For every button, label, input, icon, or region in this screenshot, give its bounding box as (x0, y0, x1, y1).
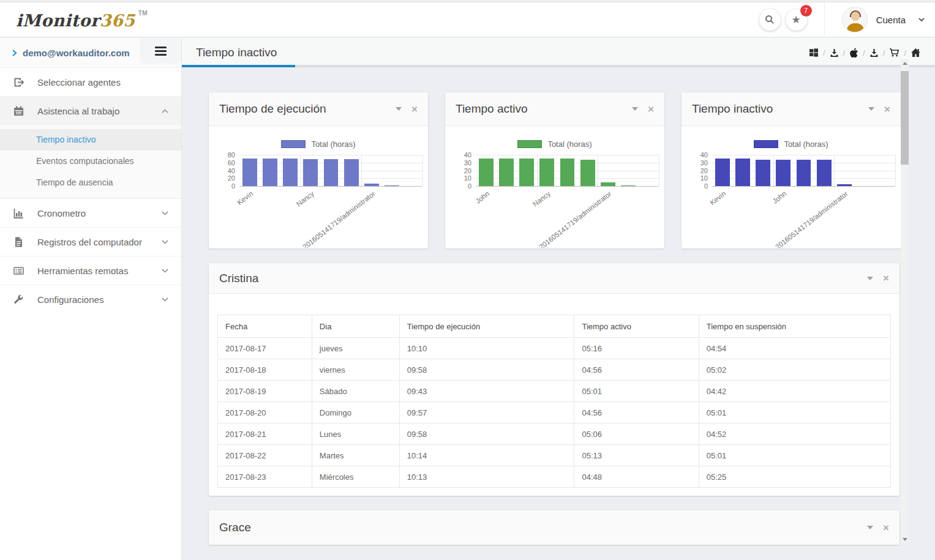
table-cell: 2017-08-23 (218, 466, 312, 488)
table-row: 2017-08-21Lunes09:5805:0604:52 (218, 424, 891, 445)
bar (756, 160, 770, 186)
table-cell: 09:57 (399, 402, 574, 424)
sidebar-toggle-button[interactable] (140, 38, 181, 64)
collapse-icon[interactable] (632, 107, 638, 111)
chart-body: Total (horas) 806040200KevinNancy2016051… (209, 126, 428, 248)
main-content: Tiempo inactivo / / / / / (182, 38, 935, 560)
home-icon[interactable] (911, 48, 921, 58)
table-cell: 04:56 (574, 359, 699, 381)
y-axis-tick: 40 (464, 151, 471, 159)
gridline (476, 155, 659, 155)
chevron-up-icon (161, 108, 169, 114)
collapse-icon[interactable] (867, 277, 873, 280)
sidebar-item-label: Herramientas remotas (37, 266, 128, 276)
card-header: Cristina × (209, 263, 899, 294)
notification-badge: 7 (800, 5, 812, 17)
app-logo: iMonitor365TM (0, 10, 148, 30)
gridline (239, 155, 422, 155)
card-header: Tiempo activo × (445, 92, 664, 126)
table-row: 2017-08-17jueves10:1005:1604:54 (218, 338, 891, 359)
table-cell: Domingo (312, 402, 399, 424)
sidebar-subitem-tiempo-inactivo[interactable]: Tiempo inactivo (0, 129, 181, 151)
chevron-right-icon (11, 49, 18, 57)
x-axis-label: 201605141719/administrator (538, 190, 613, 248)
table-cell: 10:10 (399, 338, 574, 359)
x-axis-label: John (772, 190, 788, 205)
scrollbar-thumb[interactable] (901, 71, 909, 165)
table-body: FechaDiaTiempo de ejecuciónTiempo activo… (209, 294, 899, 496)
search-button[interactable] (759, 9, 781, 31)
close-icon[interactable]: × (883, 273, 889, 283)
chart-title: Tiempo de ejecución (219, 102, 326, 116)
x-axis-label: Kevin (708, 190, 727, 206)
collapse-icon[interactable] (868, 107, 874, 111)
table-cell: 2017-08-22 (218, 445, 312, 466)
bar (324, 159, 339, 186)
table-cell: 04:52 (699, 424, 890, 445)
table-row: 2017-08-18viernes09:5804:5605:02 (218, 359, 891, 381)
star-icon: ★ (792, 15, 801, 25)
close-icon[interactable]: × (884, 104, 890, 114)
scroll-down-arrow[interactable] (901, 536, 909, 543)
chevron-down-icon (161, 211, 169, 216)
chevron-down-icon (161, 297, 169, 302)
chart-title: Tiempo inactivo (692, 102, 773, 116)
table-cell: 09:58 (399, 424, 574, 445)
y-axis-tick: 0 (231, 182, 235, 190)
tab-tiempo-inactivo[interactable]: Tiempo inactivo (182, 46, 277, 59)
search-icon (765, 15, 775, 24)
close-icon[interactable]: × (411, 104, 418, 114)
sidebar-subitem-tiempo-de-ausencia[interactable]: Tiempo de ausencia (0, 172, 181, 193)
bar (715, 159, 730, 186)
table-cell: 04:56 (574, 402, 699, 424)
gridline (834, 155, 835, 186)
bar-chart-icon (12, 207, 24, 219)
bar (776, 160, 790, 186)
account-menu-toggle[interactable] (918, 16, 935, 23)
sidebar-item-configuraciones[interactable]: Configuraciones (0, 285, 181, 313)
sidebar-item-asistencia-al-trabajo[interactable]: Asistencia al trabajo (0, 96, 181, 125)
scroll-up-arrow[interactable] (901, 59, 909, 67)
y-axis-tick: 80 (228, 151, 235, 159)
apple-icon[interactable] (849, 48, 858, 58)
account-menu-label[interactable]: Cuenta (876, 15, 906, 25)
download-icon[interactable] (830, 48, 839, 58)
table-cell: 05:01 (699, 402, 890, 424)
y-axis-tick: 40 (228, 167, 235, 174)
collapse-icon[interactable] (396, 107, 402, 111)
cart-icon[interactable] (889, 48, 899, 58)
attendance-table: FechaDiaTiempo de ejecuciónTiempo activo… (217, 315, 891, 488)
sidebar-item-registros-del-computador[interactable]: Registros del computador (0, 227, 181, 256)
bar (479, 159, 494, 186)
close-icon[interactable]: × (648, 104, 654, 114)
logo-text-365: 365 (100, 11, 135, 30)
avatar[interactable] (842, 7, 868, 32)
sidebar-item-label: Asistencia al trabajo (37, 106, 119, 116)
header-divider (824, 2, 825, 37)
close-icon[interactable]: × (883, 523, 889, 533)
sidebar-item-cronometro[interactable]: Cronometro (0, 198, 181, 227)
collapse-icon[interactable] (867, 526, 873, 529)
y-axis-tick: 20 (464, 167, 471, 174)
table-row: 2017-08-19Sábado09:4305:0104:42 (218, 381, 891, 402)
sidebar-account-row[interactable]: demo@workauditor.com (0, 38, 181, 67)
sidebar-item-seleccionar-agentes[interactable]: Seleccionar agentes (0, 67, 181, 96)
bar (580, 160, 595, 186)
sidebar-item-label: Cronometro (37, 208, 86, 218)
calendar-icon (12, 105, 24, 117)
chevron-down-icon (918, 16, 925, 23)
vertical-scrollbar[interactable] (901, 59, 909, 543)
table-cell: 05:16 (574, 338, 699, 359)
x-axis-label: 201605141719/administrator (301, 190, 377, 248)
table-row: 2017-08-22Martes10:1405:1305:01 (218, 445, 891, 466)
sidebar-item-herramientas-remotas[interactable]: Herramientas remotas (0, 256, 181, 285)
table-cell: 2017-08-18 (218, 359, 312, 381)
download-icon[interactable] (869, 48, 879, 58)
x-axis-label: John (474, 190, 490, 205)
separator: / (863, 48, 865, 58)
favorites-button[interactable]: ★ 7 (786, 9, 807, 31)
windows-icon[interactable] (809, 48, 819, 58)
bar (242, 159, 257, 186)
sidebar-subitem-eventos-computacionales[interactable]: Eventos computacionales (0, 151, 181, 172)
y-axis-tick: 30 (700, 159, 708, 166)
